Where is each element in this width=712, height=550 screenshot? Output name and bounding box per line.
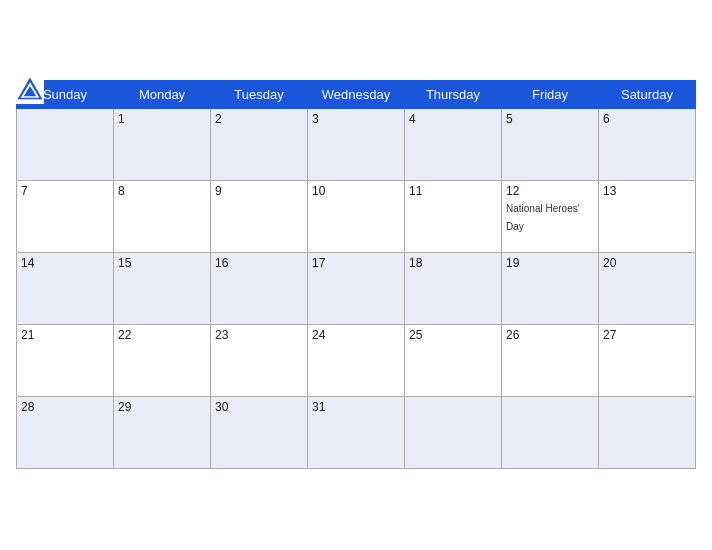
calendar-cell: 23	[211, 324, 308, 396]
calendar-cell: 16	[211, 252, 308, 324]
calendar-cell: 29	[114, 396, 211, 468]
day-number: 22	[118, 328, 206, 342]
day-number: 1	[118, 112, 206, 126]
calendar-cell: 3	[308, 108, 405, 180]
calendar-cell: 25	[405, 324, 502, 396]
calendar-wrapper: SundayMondayTuesdayWednesdayThursdayFrid…	[0, 66, 712, 485]
day-number: 28	[21, 400, 109, 414]
day-number: 17	[312, 256, 400, 270]
calendar-cell: 19	[502, 252, 599, 324]
calendar-cell: 21	[17, 324, 114, 396]
weekday-header-tuesday: Tuesday	[211, 80, 308, 108]
weekday-header-wednesday: Wednesday	[308, 80, 405, 108]
week-row-4: 21222324252627	[17, 324, 696, 396]
day-number: 6	[603, 112, 691, 126]
day-number: 14	[21, 256, 109, 270]
calendar-cell: 31	[308, 396, 405, 468]
day-number: 19	[506, 256, 594, 270]
calendar-cell	[17, 108, 114, 180]
day-number: 20	[603, 256, 691, 270]
weekday-header-row: SundayMondayTuesdayWednesdayThursdayFrid…	[17, 80, 696, 108]
day-number: 13	[603, 184, 691, 198]
day-number: 16	[215, 256, 303, 270]
day-number: 29	[118, 400, 206, 414]
calendar-cell: 7	[17, 180, 114, 252]
calendar-cell: 27	[599, 324, 696, 396]
day-number: 8	[118, 184, 206, 198]
week-row-1: 123456	[17, 108, 696, 180]
calendar-cell: 14	[17, 252, 114, 324]
calendar-cell: 11	[405, 180, 502, 252]
brand-logo-area	[16, 76, 47, 104]
calendar-cell: 10	[308, 180, 405, 252]
calendar-cell	[502, 396, 599, 468]
week-row-2: 789101112National Heroes' Day13	[17, 180, 696, 252]
calendar-cell: 30	[211, 396, 308, 468]
day-number: 27	[603, 328, 691, 342]
weekday-header-thursday: Thursday	[405, 80, 502, 108]
day-number: 30	[215, 400, 303, 414]
day-number: 3	[312, 112, 400, 126]
calendar-cell: 13	[599, 180, 696, 252]
calendar-cell	[599, 396, 696, 468]
holiday-name: National Heroes' Day	[506, 203, 580, 232]
day-number: 9	[215, 184, 303, 198]
day-number: 31	[312, 400, 400, 414]
calendar-cell: 4	[405, 108, 502, 180]
day-number: 23	[215, 328, 303, 342]
calendar-cell: 26	[502, 324, 599, 396]
calendar-cell	[405, 396, 502, 468]
day-number: 24	[312, 328, 400, 342]
day-number: 11	[409, 184, 497, 198]
calendar-cell: 22	[114, 324, 211, 396]
calendar-cell: 9	[211, 180, 308, 252]
day-number: 10	[312, 184, 400, 198]
calendar-cell: 8	[114, 180, 211, 252]
day-number: 21	[21, 328, 109, 342]
weekday-header-monday: Monday	[114, 80, 211, 108]
day-number: 7	[21, 184, 109, 198]
calendar-cell: 12National Heroes' Day	[502, 180, 599, 252]
calendar-cell: 15	[114, 252, 211, 324]
calendar-table: SundayMondayTuesdayWednesdayThursdayFrid…	[16, 80, 696, 469]
weekday-header-saturday: Saturday	[599, 80, 696, 108]
day-number: 15	[118, 256, 206, 270]
day-number: 18	[409, 256, 497, 270]
calendar-cell: 2	[211, 108, 308, 180]
week-row-5: 28293031	[17, 396, 696, 468]
day-number: 2	[215, 112, 303, 126]
calendar-cell: 1	[114, 108, 211, 180]
calendar-cell: 28	[17, 396, 114, 468]
calendar-cell: 5	[502, 108, 599, 180]
calendar-cell: 20	[599, 252, 696, 324]
weekday-header-friday: Friday	[502, 80, 599, 108]
calendar-cell: 17	[308, 252, 405, 324]
day-number: 26	[506, 328, 594, 342]
calendar-cell: 24	[308, 324, 405, 396]
day-number: 25	[409, 328, 497, 342]
calendar-cell: 18	[405, 252, 502, 324]
day-number: 12	[506, 184, 594, 198]
general-blue-logo	[16, 76, 44, 104]
day-number: 5	[506, 112, 594, 126]
week-row-3: 14151617181920	[17, 252, 696, 324]
calendar-cell: 6	[599, 108, 696, 180]
day-number: 4	[409, 112, 497, 126]
